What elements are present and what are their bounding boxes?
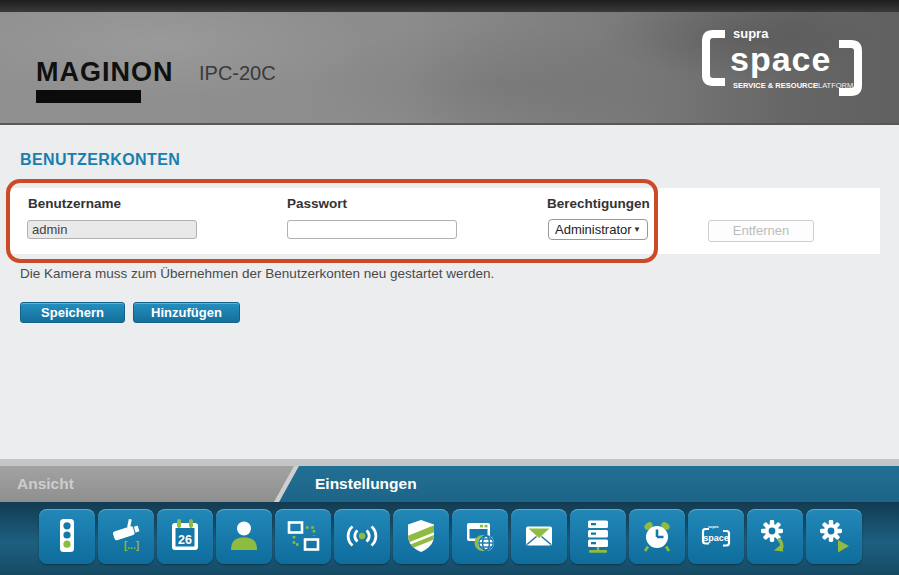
username-label: Benutzername	[28, 196, 121, 211]
chevron-down-icon: ▼	[633, 225, 641, 234]
network-icon	[283, 516, 323, 556]
calendar-icon: 26	[165, 516, 205, 556]
mini-supra-text: supra	[708, 525, 719, 529]
permissions-select[interactable]: Administrator ▼	[548, 219, 648, 240]
nav-server-button[interactable]	[570, 509, 626, 564]
page-title: BENUTZERKONTEN	[20, 151, 180, 169]
wireless-icon	[342, 516, 382, 556]
nav-wireless-button[interactable]	[334, 509, 390, 564]
password-input[interactable]	[287, 220, 457, 239]
supra-space-mini-icon: supra space	[696, 516, 736, 556]
content-area	[0, 127, 899, 459]
alarm-clock-icon	[637, 516, 677, 556]
gear-play-icon	[814, 516, 854, 556]
nav-email-button[interactable]	[511, 509, 567, 564]
nav-network-button[interactable]	[275, 509, 331, 564]
user-icon	[224, 516, 264, 556]
nav-alarm-button[interactable]	[629, 509, 685, 564]
supra-space-logo-icon: supra space SERVICE & RESOURCE PLATFORM	[697, 20, 872, 110]
nav-web-button[interactable]	[452, 509, 508, 564]
nav-system-refresh-button[interactable]	[747, 509, 803, 564]
email-icon	[519, 516, 559, 556]
brand-logo: MAGINON	[36, 57, 174, 88]
camera-badge: [...]	[124, 540, 139, 551]
calendar-day: 26	[178, 533, 192, 547]
model-name: IPC-20C	[199, 62, 276, 85]
nav-status-button[interactable]	[39, 509, 95, 564]
remove-button[interactable]: Entfernen	[708, 220, 814, 242]
password-label: Passwort	[287, 196, 347, 211]
shield-icon	[401, 516, 441, 556]
browser-globe-icon	[460, 516, 500, 556]
nav-supra-space-button[interactable]: supra space	[688, 509, 744, 564]
save-button[interactable]: Speichern	[20, 302, 125, 323]
permissions-selected-value: Administrator	[555, 222, 633, 237]
mini-space-text: space	[703, 533, 729, 543]
nav-users-button[interactable]	[216, 509, 272, 564]
pre-nav-strip	[0, 459, 899, 466]
nav-security-button[interactable]	[393, 509, 449, 564]
logo-space-text: space	[730, 40, 831, 78]
gear-refresh-icon	[755, 516, 795, 556]
logo-tagline-light: PLATFORM	[813, 81, 853, 90]
supra-space-logo: supra space SERVICE & RESOURCE PLATFORM	[697, 20, 872, 110]
nav-calendar-button[interactable]: 26	[157, 509, 213, 564]
tab-einstellungen[interactable]: Einstellungen	[315, 466, 417, 502]
restart-note: Die Kamera muss zum Übernehmen der Benut…	[20, 266, 494, 281]
camera-icon: [...]	[106, 516, 146, 556]
tab-ansicht[interactable]: Ansicht	[0, 466, 296, 502]
header: MAGINON IPC-20C supra space SERVICE & RE…	[0, 0, 899, 125]
header-top-strip	[0, 0, 899, 12]
brand-logo-bar	[36, 90, 141, 103]
nav-system-run-button[interactable]	[806, 509, 862, 564]
permissions-label: Berechtigungen	[547, 196, 650, 211]
nav-camera-button[interactable]: [...]	[98, 509, 154, 564]
logo-tagline-bold: SERVICE & RESOURCE	[733, 81, 818, 90]
add-button[interactable]: Hinzufügen	[133, 302, 240, 323]
username-input[interactable]	[27, 220, 197, 239]
server-icon	[578, 516, 618, 556]
traffic-light-icon	[47, 516, 87, 556]
logo-supra-text: supra	[733, 26, 769, 41]
